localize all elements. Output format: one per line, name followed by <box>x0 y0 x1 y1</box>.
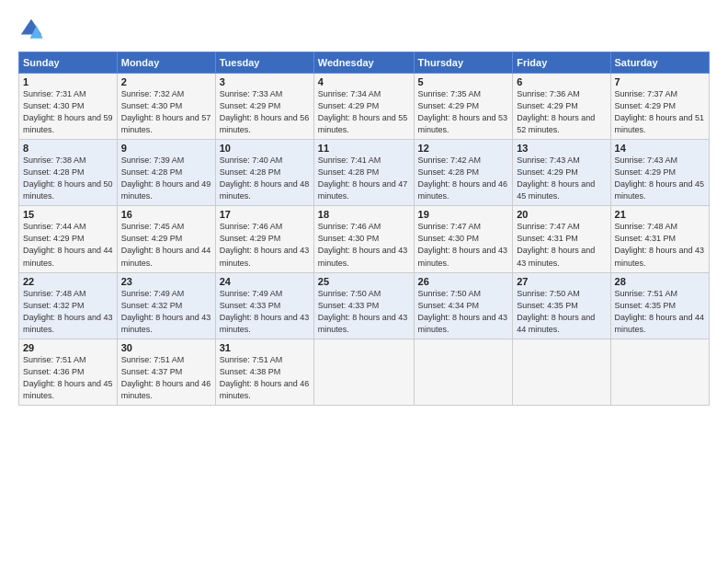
day-info: Sunrise: 7:37 AMSunset: 4:29 PMDaylight:… <box>615 89 705 134</box>
day-number: 16 <box>121 209 211 220</box>
weekday-header-cell: Saturday <box>610 52 709 74</box>
weekday-header-cell: Thursday <box>414 52 513 74</box>
calendar-cell: 11 Sunrise: 7:41 AMSunset: 4:28 PMDaylig… <box>313 140 414 206</box>
weekday-header-cell: Tuesday <box>215 52 313 74</box>
day-info: Sunrise: 7:40 AMSunset: 4:28 PMDaylight:… <box>220 155 310 201</box>
day-number: 14 <box>615 143 705 154</box>
calendar-cell: 27 Sunrise: 7:50 AMSunset: 4:35 PMDaylig… <box>513 272 610 339</box>
calendar-table: SundayMondayTuesdayWednesdayThursdayFrid… <box>18 52 710 406</box>
header <box>18 17 710 42</box>
day-info: Sunrise: 7:42 AMSunset: 4:28 PMDaylight:… <box>418 155 508 201</box>
calendar-cell: 24 Sunrise: 7:49 AMSunset: 4:33 PMDaylig… <box>215 272 313 339</box>
day-info: Sunrise: 7:44 AMSunset: 4:29 PMDaylight:… <box>23 222 113 267</box>
day-info: Sunrise: 7:50 AMSunset: 4:33 PMDaylight:… <box>318 289 408 334</box>
day-info: Sunrise: 7:36 AMSunset: 4:29 PMDaylight:… <box>517 89 595 134</box>
day-number: 15 <box>23 209 113 220</box>
calendar-cell: 30 Sunrise: 7:51 AMSunset: 4:37 PMDaylig… <box>117 339 215 405</box>
calendar-cell: 7 Sunrise: 7:37 AMSunset: 4:29 PMDayligh… <box>610 74 709 140</box>
calendar-cell: 25 Sunrise: 7:50 AMSunset: 4:33 PMDaylig… <box>313 272 414 339</box>
day-number: 11 <box>318 143 410 154</box>
calendar-cell: 16 Sunrise: 7:45 AMSunset: 4:29 PMDaylig… <box>117 206 215 272</box>
calendar-cell <box>414 339 513 405</box>
calendar-cell: 3 Sunrise: 7:33 AMSunset: 4:29 PMDayligh… <box>215 74 313 140</box>
day-info: Sunrise: 7:32 AMSunset: 4:30 PMDaylight:… <box>121 89 211 134</box>
day-info: Sunrise: 7:41 AMSunset: 4:28 PMDaylight:… <box>318 155 408 201</box>
day-number: 28 <box>615 276 705 287</box>
day-info: Sunrise: 7:43 AMSunset: 4:29 PMDaylight:… <box>517 155 595 201</box>
day-info: Sunrise: 7:51 AMSunset: 4:37 PMDaylight:… <box>121 355 211 400</box>
calendar-cell: 14 Sunrise: 7:43 AMSunset: 4:29 PMDaylig… <box>610 140 709 206</box>
calendar-cell: 18 Sunrise: 7:46 AMSunset: 4:30 PMDaylig… <box>313 206 414 272</box>
calendar-cell: 10 Sunrise: 7:40 AMSunset: 4:28 PMDaylig… <box>215 140 313 206</box>
day-number: 3 <box>220 76 310 87</box>
page: SundayMondayTuesdayWednesdayThursdayFrid… <box>0 0 728 563</box>
day-info: Sunrise: 7:51 AMSunset: 4:38 PMDaylight:… <box>220 355 310 400</box>
day-number: 5 <box>418 76 509 87</box>
day-number: 13 <box>517 143 606 154</box>
day-number: 25 <box>318 276 410 287</box>
day-number: 27 <box>517 276 606 287</box>
day-number: 18 <box>318 209 410 220</box>
day-number: 2 <box>121 76 211 87</box>
day-info: Sunrise: 7:31 AMSunset: 4:30 PMDaylight:… <box>23 89 113 134</box>
day-number: 23 <box>121 276 211 287</box>
calendar-cell: 23 Sunrise: 7:49 AMSunset: 4:32 PMDaylig… <box>117 272 215 339</box>
day-info: Sunrise: 7:46 AMSunset: 4:30 PMDaylight:… <box>318 222 408 267</box>
day-number: 31 <box>220 342 310 353</box>
day-number: 10 <box>220 143 310 154</box>
calendar-cell <box>313 339 414 405</box>
day-info: Sunrise: 7:33 AMSunset: 4:29 PMDaylight:… <box>220 89 310 134</box>
day-number: 7 <box>615 76 705 87</box>
day-number: 20 <box>517 209 606 220</box>
day-number: 4 <box>318 76 410 87</box>
logo-icon <box>18 17 44 42</box>
weekday-header-cell: Wednesday <box>313 52 414 74</box>
day-number: 17 <box>220 209 310 220</box>
calendar-cell: 13 Sunrise: 7:43 AMSunset: 4:29 PMDaylig… <box>513 140 610 206</box>
calendar-cell: 31 Sunrise: 7:51 AMSunset: 4:38 PMDaylig… <box>215 339 313 405</box>
weekday-header-cell: Friday <box>513 52 610 74</box>
calendar-cell: 2 Sunrise: 7:32 AMSunset: 4:30 PMDayligh… <box>117 74 215 140</box>
day-info: Sunrise: 7:51 AMSunset: 4:35 PMDaylight:… <box>615 289 705 334</box>
calendar-cell: 5 Sunrise: 7:35 AMSunset: 4:29 PMDayligh… <box>414 74 513 140</box>
day-number: 19 <box>418 209 509 220</box>
calendar-cell: 9 Sunrise: 7:39 AMSunset: 4:28 PMDayligh… <box>117 140 215 206</box>
day-info: Sunrise: 7:48 AMSunset: 4:32 PMDaylight:… <box>23 289 113 334</box>
calendar-cell: 21 Sunrise: 7:48 AMSunset: 4:31 PMDaylig… <box>610 206 709 272</box>
weekday-header-cell: Monday <box>117 52 215 74</box>
day-info: Sunrise: 7:50 AMSunset: 4:34 PMDaylight:… <box>418 289 508 334</box>
calendar-cell: 4 Sunrise: 7:34 AMSunset: 4:29 PMDayligh… <box>313 74 414 140</box>
day-info: Sunrise: 7:49 AMSunset: 4:33 PMDaylight:… <box>220 289 310 334</box>
day-number: 24 <box>220 276 310 287</box>
calendar-cell: 22 Sunrise: 7:48 AMSunset: 4:32 PMDaylig… <box>19 272 118 339</box>
day-info: Sunrise: 7:47 AMSunset: 4:31 PMDaylight:… <box>517 222 595 267</box>
logo <box>18 17 46 42</box>
day-number: 22 <box>23 276 113 287</box>
calendar-cell: 15 Sunrise: 7:44 AMSunset: 4:29 PMDaylig… <box>19 206 118 272</box>
calendar-cell: 8 Sunrise: 7:38 AMSunset: 4:28 PMDayligh… <box>19 140 118 206</box>
calendar-cell: 12 Sunrise: 7:42 AMSunset: 4:28 PMDaylig… <box>414 140 513 206</box>
day-info: Sunrise: 7:51 AMSunset: 4:36 PMDaylight:… <box>23 355 113 400</box>
day-number: 9 <box>121 143 211 154</box>
day-number: 12 <box>418 143 509 154</box>
day-info: Sunrise: 7:35 AMSunset: 4:29 PMDaylight:… <box>418 89 508 134</box>
day-number: 29 <box>23 342 113 353</box>
calendar-cell: 1 Sunrise: 7:31 AMSunset: 4:30 PMDayligh… <box>19 74 118 140</box>
day-number: 26 <box>418 276 509 287</box>
day-info: Sunrise: 7:39 AMSunset: 4:28 PMDaylight:… <box>121 155 211 201</box>
calendar-cell: 19 Sunrise: 7:47 AMSunset: 4:30 PMDaylig… <box>414 206 513 272</box>
day-number: 6 <box>517 76 606 87</box>
day-info: Sunrise: 7:34 AMSunset: 4:29 PMDaylight:… <box>318 89 408 134</box>
day-info: Sunrise: 7:47 AMSunset: 4:30 PMDaylight:… <box>418 222 508 267</box>
day-info: Sunrise: 7:43 AMSunset: 4:29 PMDaylight:… <box>615 155 705 201</box>
day-info: Sunrise: 7:38 AMSunset: 4:28 PMDaylight:… <box>23 155 113 201</box>
calendar-cell <box>610 339 709 405</box>
day-number: 1 <box>23 76 113 87</box>
calendar-cell <box>513 339 610 405</box>
calendar-cell: 6 Sunrise: 7:36 AMSunset: 4:29 PMDayligh… <box>513 74 610 140</box>
day-number: 21 <box>615 209 705 220</box>
calendar-cell: 20 Sunrise: 7:47 AMSunset: 4:31 PMDaylig… <box>513 206 610 272</box>
calendar-cell: 17 Sunrise: 7:46 AMSunset: 4:29 PMDaylig… <box>215 206 313 272</box>
day-info: Sunrise: 7:50 AMSunset: 4:35 PMDaylight:… <box>517 289 595 334</box>
day-number: 8 <box>23 143 113 154</box>
